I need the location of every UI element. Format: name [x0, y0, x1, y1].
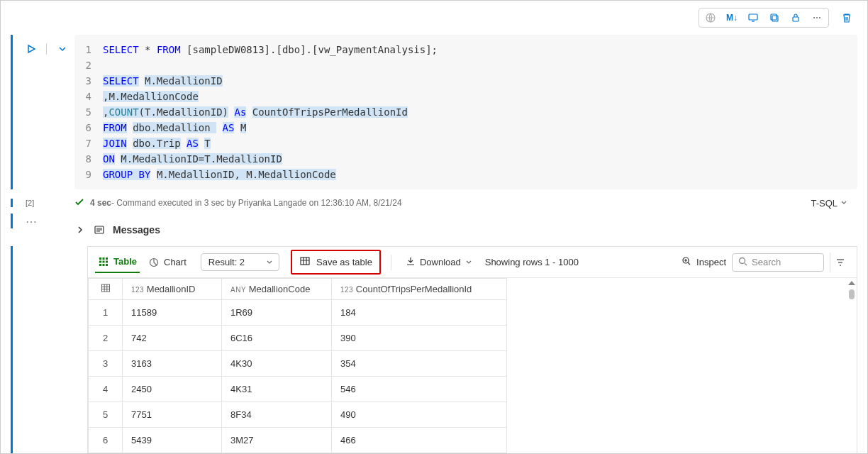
rows-showing-label: Showing rows 1 - 1000	[485, 257, 579, 267]
copy-icon[interactable]	[764, 9, 785, 27]
svg-rect-13	[103, 260, 105, 262]
cell-medallionid[interactable]: 7751	[123, 402, 222, 428]
cell-medallionid[interactable]: 11589	[123, 300, 222, 326]
download-button[interactable]: Download	[401, 253, 477, 271]
code-content[interactable]: SELECT * FROM [sampleDW0813].[dbo].[vw_P…	[103, 42, 438, 57]
cell-count[interactable]: 184	[332, 300, 507, 326]
code-line: 9GROUP BY M.MedallionID, M.MedallionCode	[74, 167, 847, 182]
vertical-scrollbar[interactable]	[847, 278, 857, 453]
cell-medallioncode[interactable]: 4K30	[222, 351, 332, 377]
cell-medallionid[interactable]: 5439	[123, 428, 222, 453]
table-header-row: 123 MedallionID ANY MedallionCode 123 Co…	[89, 279, 507, 300]
cell-count[interactable]: 490	[332, 402, 507, 428]
cell-count[interactable]: 466	[332, 428, 507, 453]
messages-label: Messages	[113, 224, 160, 236]
results-table[interactable]: 123 MedallionID ANY MedallionCode 123 Co…	[88, 278, 507, 453]
pie-chart-icon	[148, 257, 160, 268]
execution-status: 4 sec - Command executed in 3 sec by Pri…	[74, 197, 811, 209]
code-content[interactable]: ON M.MedallionID=T.MedallionID	[103, 151, 282, 167]
table-row[interactable]: 654393M27466	[89, 428, 507, 453]
cell-toolbar: M↓	[11, 8, 857, 28]
cell-medallioncode[interactable]: 1R69	[222, 300, 332, 326]
svg-rect-12	[99, 260, 101, 262]
code-line: 4,M.MedallionCode	[74, 89, 847, 104]
line-number: 5	[74, 104, 103, 120]
chevron-right-icon	[74, 226, 86, 234]
table-row[interactable]: 424504K31546	[89, 377, 507, 402]
messages-toggle[interactable]: Messages	[74, 214, 857, 246]
svg-rect-14	[106, 260, 108, 262]
svg-rect-1	[749, 14, 757, 20]
svg-rect-11	[106, 258, 108, 260]
code-content[interactable]: ,COUNT(T.MedallionID) As CountOfTripsPer…	[103, 104, 408, 120]
check-icon	[74, 197, 84, 209]
svg-rect-4	[793, 17, 799, 21]
line-number: 7	[74, 135, 103, 151]
markdown-toggle-button[interactable]: M↓	[721, 9, 742, 27]
row-number: 4	[89, 377, 123, 402]
scroll-thumb[interactable]	[849, 289, 855, 299]
svg-point-21	[740, 258, 745, 263]
execution-status-row: [2] 4 sec - Command executed in 3 sec by…	[11, 192, 857, 214]
cell-count[interactable]: 546	[332, 377, 507, 402]
cell-toolbar-group: M↓	[699, 8, 829, 28]
save-as-table-button[interactable]: Save as table	[291, 250, 381, 275]
table-row[interactable]: 27426C16390	[89, 326, 507, 351]
cell-count[interactable]: 354	[332, 351, 507, 377]
cell-medallioncode[interactable]: 8F34	[222, 402, 332, 428]
grid-icon	[98, 256, 109, 267]
table-row[interactable]: 1115891R69184	[89, 300, 507, 326]
status-message: - Command executed in 3 sec by Priyanka …	[111, 198, 402, 208]
svg-rect-22	[101, 284, 109, 292]
download-icon	[406, 256, 416, 268]
row-number: 3	[89, 351, 123, 377]
table-row[interactable]: 331634K30354	[89, 351, 507, 377]
language-selector[interactable]: T-SQL	[811, 198, 847, 209]
filter-button[interactable]	[830, 253, 850, 272]
more-icon[interactable]	[806, 9, 828, 27]
cell-medallionid[interactable]: 3163	[123, 351, 222, 377]
results-gutter	[11, 246, 87, 453]
table-view-tab[interactable]: Table	[95, 252, 140, 273]
code-line: 8ON M.MedallionID=T.MedallionID	[74, 151, 847, 167]
code-content[interactable]: ,M.MedallionCode	[103, 89, 199, 104]
screen-icon[interactable]	[742, 9, 764, 27]
column-header-medallionid[interactable]: 123 MedallionID	[123, 279, 222, 300]
result-selector[interactable]: Result: 2	[201, 253, 279, 271]
run-button[interactable]	[26, 43, 37, 55]
messages-icon	[93, 223, 106, 236]
column-header-medallioncode[interactable]: ANY MedallionCode	[222, 279, 332, 300]
cell-medallioncode[interactable]: 3M27	[222, 428, 332, 453]
code-line: 7JOIN dbo.Trip AS T	[74, 135, 847, 151]
cell-medallionid[interactable]: 2450	[123, 377, 222, 402]
delete-cell-button[interactable]	[836, 8, 857, 28]
table-row[interactable]: 577518F34490	[89, 402, 507, 428]
cell-more-icon[interactable]: ⋯	[11, 214, 74, 228]
code-content[interactable]: FROM dbo.Medallion AS M	[103, 120, 246, 135]
code-line: 5,COUNT(T.MedallionID) As CountOfTripsPe…	[74, 104, 847, 120]
output-section: ⋯ Messages	[11, 214, 857, 246]
sql-editor[interactable]: 1SELECT * FROM [sampleDW0813].[dbo].[vw_…	[74, 35, 857, 189]
column-header-count[interactable]: 123 CountOfTripsPerMedallionId	[332, 279, 507, 300]
run-dropdown-button[interactable]	[57, 43, 68, 55]
lock-icon[interactable]	[785, 9, 806, 27]
corner-cell[interactable]	[89, 279, 123, 300]
line-number: 2	[74, 57, 103, 73]
code-content[interactable]: JOIN dbo.Trip AS T	[103, 135, 211, 151]
cell-index: [2]	[11, 199, 74, 207]
globe-icon[interactable]	[700, 9, 721, 27]
svg-rect-17	[106, 264, 108, 266]
table-icon	[299, 255, 311, 269]
cell-count[interactable]: 390	[332, 326, 507, 351]
search-input[interactable]: Search	[732, 253, 824, 272]
code-line: 6FROM dbo.Medallion AS M	[74, 120, 847, 135]
cell-medallioncode[interactable]: 4K31	[222, 377, 332, 402]
code-content[interactable]: SELECT M.MedallionID	[103, 73, 223, 89]
code-content[interactable]: GROUP BY M.MedallionID, M.MedallionCode	[103, 167, 336, 182]
cell-medallioncode[interactable]: 6C16	[222, 326, 332, 351]
inspect-button[interactable]: Inspect	[681, 255, 726, 269]
line-number: 6	[74, 120, 103, 135]
chart-view-tab[interactable]: Chart	[145, 253, 189, 272]
cell-medallionid[interactable]: 742	[123, 326, 222, 351]
svg-rect-2	[772, 16, 778, 21]
